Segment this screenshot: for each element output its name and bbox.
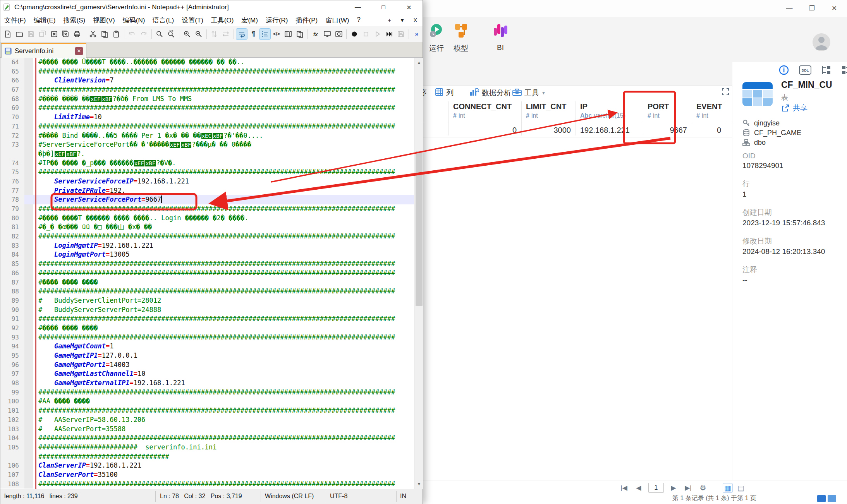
editor-line[interactable]: 83 LoginMgmtIP=192.168.1.221 bbox=[0, 241, 414, 250]
sync-vertical-icon[interactable] bbox=[209, 29, 220, 39]
close-icon[interactable] bbox=[49, 29, 60, 39]
dependency-icon[interactable] bbox=[842, 65, 847, 76]
print-icon[interactable] bbox=[72, 29, 82, 39]
doc-map-icon[interactable] bbox=[283, 29, 294, 39]
close-all-icon[interactable] bbox=[60, 29, 71, 39]
editor-line[interactable]: 70 LimitTime=10 bbox=[0, 113, 414, 122]
show-all-chars-icon[interactable]: ¶ bbox=[248, 29, 259, 39]
editor-line[interactable]: 68 #���� ���� ��xEFxBF?�ð� From LMS To M… bbox=[0, 94, 414, 104]
editor-line[interactable]: 74 #IP�� ���� �_p��� ������xEFxBF?�V�. bbox=[0, 159, 414, 168]
toolbar-overflow-icon[interactable]: » bbox=[411, 29, 422, 39]
editor-line[interactable]: 93 #####################################… bbox=[0, 333, 414, 342]
editor-line[interactable]: 97 GameMgmtLastChannel1=10 bbox=[0, 369, 414, 379]
editor-line[interactable]: 88 #####################################… bbox=[0, 287, 414, 296]
dbtool-button-bi-icon[interactable]: BI bbox=[484, 22, 517, 52]
column-header-PORT[interactable]: PORT #int bbox=[648, 102, 687, 119]
save-all-icon[interactable] bbox=[37, 29, 48, 39]
dbtool-button-model-icon[interactable]: 模型 bbox=[445, 22, 477, 53]
editor-line[interactable]: �þ�]xEFxBF?. bbox=[0, 149, 414, 159]
menu-1[interactable]: 编辑(E) bbox=[30, 16, 60, 25]
menu-2[interactable]: 搜索(S) bbox=[59, 16, 89, 25]
new-file-icon[interactable] bbox=[2, 29, 13, 39]
prev-page-button[interactable]: ◀ bbox=[634, 484, 644, 492]
scroll-up-icon[interactable]: ▲ bbox=[414, 58, 424, 68]
menu-3[interactable]: 视图(V) bbox=[89, 16, 119, 25]
editor-line[interactable]: 77 PrivateIPRule=192. bbox=[0, 186, 414, 195]
replace-icon[interactable] bbox=[166, 29, 177, 39]
form-view-icon[interactable]: ▤ bbox=[737, 483, 744, 492]
editor-line[interactable]: 86 #####################################… bbox=[0, 269, 414, 278]
save-icon[interactable] bbox=[26, 29, 36, 39]
macro-stop-icon[interactable] bbox=[361, 29, 371, 39]
menu-11[interactable]: 窗口(W) bbox=[321, 16, 353, 25]
editor-line[interactable]: 94 GameMgmtCount=1 bbox=[0, 342, 414, 351]
editor-line[interactable]: 95 GameMgmtIP1=127.0.0.1 bbox=[0, 351, 414, 360]
editor-line[interactable]: 82 #####################################… bbox=[0, 232, 414, 241]
text-editor[interactable]: 64 #���� ���� Ŭ����T ����..������ ������… bbox=[0, 58, 414, 489]
snapshot-icon[interactable] bbox=[333, 29, 344, 39]
find-icon[interactable] bbox=[154, 29, 165, 39]
editor-line[interactable]: 67 #####################################… bbox=[0, 85, 414, 94]
dbtool-close-button[interactable]: ✕ bbox=[823, 2, 845, 15]
editor-line[interactable]: 106 ClanServerIP=192.168.1.221 bbox=[0, 461, 414, 470]
fullscreen-icon[interactable] bbox=[721, 87, 730, 98]
editor-line[interactable]: 72 #���� Bind ����..��5 ���� Per 1 �x� �… bbox=[0, 131, 414, 141]
info-icon[interactable] bbox=[779, 65, 789, 77]
editor-line[interactable]: 103 # AAServerPort=35588 bbox=[0, 425, 414, 434]
editor-line[interactable]: 100 #AA ���� ���� bbox=[0, 397, 414, 406]
editor-line[interactable]: 92 #���� ���� ���� bbox=[0, 324, 414, 333]
editor-line[interactable]: 89 # BuddyServerClientPort=28012 bbox=[0, 296, 414, 305]
menu-12[interactable]: ? bbox=[353, 16, 364, 25]
grid-settings-icon[interactable]: ⚙ bbox=[698, 483, 708, 492]
indent-guide-icon[interactable] bbox=[259, 29, 270, 39]
schema-row[interactable]: dbo bbox=[742, 138, 839, 147]
zoom-in-icon[interactable] bbox=[182, 29, 192, 39]
menu-10[interactable]: 插件(P) bbox=[292, 16, 321, 25]
tab-close-icon[interactable]: ✕ bbox=[75, 47, 83, 55]
share-button[interactable]: 共享 bbox=[781, 103, 807, 113]
macro-save-icon[interactable] bbox=[395, 29, 406, 39]
editor-line[interactable]: 107 ClanServerPort=35100 bbox=[0, 470, 414, 480]
editor-line[interactable]: 85 #####################################… bbox=[0, 259, 414, 269]
column-header-EVENT[interactable]: EVENT #int bbox=[696, 102, 721, 119]
editor-line[interactable]: 66 ClientVersion=7 bbox=[0, 76, 414, 85]
editor-line[interactable]: 90 # BuddyServerServerPort=24888 bbox=[0, 305, 414, 315]
user-avatar[interactable] bbox=[813, 33, 830, 51]
cell-EVENT[interactable]: 0 bbox=[696, 123, 721, 137]
editor-line[interactable]: 105 ######################### serverinfo… bbox=[0, 443, 414, 452]
zoom-out-icon[interactable] bbox=[193, 29, 204, 39]
editor-line[interactable]: 65 #####################################… bbox=[0, 67, 414, 76]
undo-icon[interactable] bbox=[127, 29, 137, 39]
editor-line[interactable]: 73 #ServerServiceForcePort�� �'�����xEFx… bbox=[0, 140, 414, 149]
secondary-tools-button[interactable]: 工具▼ bbox=[512, 87, 546, 99]
menu-7[interactable]: 工具(O) bbox=[207, 16, 238, 25]
editor-line[interactable]: 75 #####################################… bbox=[0, 168, 414, 177]
editor-line[interactable]: 64 #���� ���� Ŭ����T ����..������ ������… bbox=[0, 58, 414, 67]
editor-line[interactable]: 96 GameMgmtPort1=14003 bbox=[0, 360, 414, 370]
editor-line[interactable]: 80 #���� ����T ������ ���� ����.. Login … bbox=[0, 214, 414, 223]
view-toggle-left-icon[interactable] bbox=[817, 495, 826, 502]
secondary-columns-button[interactable]: 列 bbox=[435, 87, 454, 99]
notepad-close-button[interactable]: ✕ bbox=[396, 0, 422, 14]
menubar-control-2[interactable]: X bbox=[414, 17, 417, 23]
editor-line[interactable]: 87 #���� ���� ���� bbox=[0, 278, 414, 287]
grid-data-row[interactable]: 03000192.168.1.22196670 bbox=[423, 123, 732, 137]
cell-CONNECT_CNT[interactable]: 0 bbox=[453, 123, 517, 137]
column-header-LIMIT_CNT[interactable]: LIMIT_CNT #int bbox=[526, 102, 571, 119]
editor-line[interactable]: 71 #####################################… bbox=[0, 122, 414, 131]
cell-IP[interactable]: 192.168.1.221 bbox=[580, 123, 638, 137]
editor-line-current[interactable]: 78 ServerServiceForcePort=9667 bbox=[0, 195, 414, 204]
editor-line[interactable]: 98 GameMgmtExternalIP1=192.168.1.221 bbox=[0, 379, 414, 388]
user-language-icon[interactable]: </> bbox=[271, 29, 282, 39]
menu-0[interactable]: 文件(F) bbox=[0, 16, 30, 25]
macro-run-multi-icon[interactable] bbox=[384, 29, 395, 39]
database-row[interactable]: CF_PH_GAME bbox=[742, 128, 839, 137]
editor-line[interactable]: 79 #####################################… bbox=[0, 204, 414, 214]
editor-line[interactable]: 101 ####################################… bbox=[0, 406, 414, 415]
notepad-maximize-button[interactable]: □ bbox=[371, 0, 396, 14]
monitor-icon[interactable] bbox=[322, 29, 333, 39]
cut-icon[interactable] bbox=[88, 29, 98, 39]
macro-play-icon[interactable] bbox=[372, 29, 383, 39]
editor-line[interactable]: 76 ServerServiceForceIP=192.168.1.221 bbox=[0, 177, 414, 186]
connection-row[interactable]: qingyise bbox=[742, 118, 839, 128]
